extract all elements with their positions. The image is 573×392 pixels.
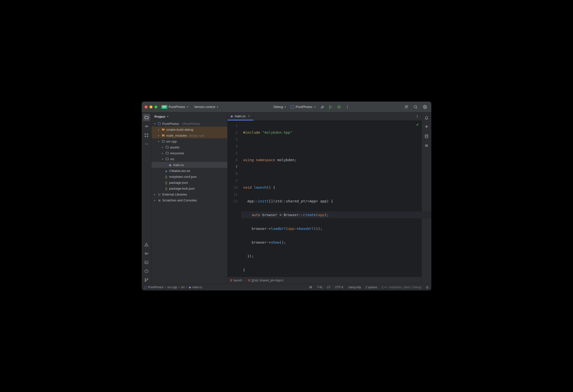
warnings-tool-button[interactable]	[143, 241, 150, 248]
editor-area[interactable]: ✔ 1 2 3 4 5 6 7 8 9 10 11 12 #include "m…	[228, 121, 422, 277]
tree-folder-resources[interactable]: ▸ resources	[151, 150, 227, 156]
tree-label: main.cc	[173, 163, 184, 167]
settings-button[interactable]	[422, 103, 429, 110]
function-badge-icon: f	[230, 279, 232, 282]
close-icon[interactable]	[144, 105, 147, 108]
maximize-icon[interactable]	[154, 105, 157, 108]
tree-folder-node-modules[interactable]: ▸ node_modules library root	[151, 133, 227, 138]
terminal-tool-button[interactable]	[143, 258, 150, 266]
editor-tab-main-cc[interactable]: ◆ main.cc ×	[228, 112, 254, 120]
tree-label: PurePhotos	[162, 122, 179, 126]
debug-menu[interactable]: Debug ▼	[272, 104, 288, 110]
build-button[interactable]	[319, 103, 326, 110]
tree-label: assets	[170, 145, 179, 149]
project-panel-header[interactable]: Project ▼	[151, 112, 227, 121]
project-tool-button[interactable]	[143, 114, 150, 121]
module-icon: ▢	[144, 286, 147, 289]
project-selector[interactable]: PP PurePhotos ▼	[160, 104, 190, 110]
json-file-icon: {}	[164, 175, 168, 179]
svg-rect-17	[145, 261, 148, 263]
tree-file-conf-json[interactable]: {} molybden.conf.json	[151, 174, 227, 180]
more-tool-button[interactable]	[143, 140, 150, 148]
debug-button[interactable]	[336, 103, 342, 110]
problems-tool-button[interactable]	[143, 267, 150, 275]
line-number: 4	[228, 143, 238, 150]
tree-folder-assets[interactable]: ▸ assets	[151, 144, 227, 150]
breadcrumb-file[interactable]: ◆ main.cc	[189, 286, 202, 289]
chevron-right-icon: ▸	[157, 134, 160, 137]
breadcrumb-src[interactable]: src	[181, 286, 185, 289]
tree-folder-src-cpp[interactable]: ▾ src-cpp	[151, 138, 227, 144]
run-tool-button[interactable]	[143, 250, 150, 257]
run-button[interactable]	[327, 103, 334, 110]
breadcrumb-label: src-cpp	[167, 286, 177, 289]
code-content[interactable]: #include "molybden.hpp" using namespace …	[241, 121, 422, 277]
tree-file-package-lock[interactable]: {} package-lock.json	[151, 186, 227, 191]
search-button[interactable]	[412, 103, 419, 110]
structure-tool-button[interactable]	[143, 132, 150, 139]
vcs-menu[interactable]: Version control ▼	[193, 104, 220, 110]
code-with-me-button[interactable]	[403, 103, 410, 110]
tree-note: library root	[189, 134, 204, 137]
breadcrumb-src-cpp[interactable]: src-cpp	[167, 286, 177, 289]
run-configuration-selector[interactable]: PurePhotos ▼	[289, 104, 317, 110]
tree-folder-src[interactable]: ▾ src	[151, 156, 227, 162]
tab-filename: main.cc	[235, 114, 246, 118]
tree-label: molybden.conf.json	[169, 175, 197, 179]
library-icon: ⌸	[157, 193, 161, 196]
breadcrumb-launch[interactable]: f launch	[230, 279, 242, 282]
tree-file-package-json[interactable]: {} package.json	[151, 180, 227, 186]
close-tab-button[interactable]: ×	[248, 114, 251, 118]
chevron-right-icon: ▸	[153, 193, 156, 196]
commit-tool-button[interactable]	[143, 123, 150, 130]
tree-folder-cmake[interactable]: ▸ cmake-build-debug	[151, 127, 227, 133]
svg-rect-21	[158, 122, 160, 125]
chevron-down-icon: ▾	[157, 140, 160, 143]
minimize-icon[interactable]	[149, 105, 152, 108]
git-tool-button[interactable]	[143, 276, 150, 284]
folder-icon	[165, 157, 169, 161]
module-icon	[157, 122, 161, 125]
more-actions-button[interactable]	[344, 103, 351, 110]
breadcrumb-label: main.cc	[192, 286, 202, 289]
svg-point-23	[417, 116, 418, 117]
chevron-right-icon: ▸	[161, 152, 164, 154]
notifications-button[interactable]	[423, 114, 430, 121]
svg-rect-11	[147, 134, 148, 135]
line-number: 12	[228, 198, 238, 205]
lock-icon[interactable]	[426, 286, 429, 289]
tree-file-cmakelists[interactable]: ▲ CMakeLists.txt	[151, 168, 227, 174]
folder-icon	[161, 128, 165, 131]
svg-point-27	[426, 145, 426, 146]
tree-label: package-lock.json	[169, 187, 195, 190]
breadcrumb-label: PurePhotos	[148, 286, 163, 289]
cmake-file-icon: ▲	[164, 169, 168, 173]
tree-scratches[interactable]: ▸ ≣ Scratches and Consoles	[151, 197, 227, 203]
chevron-down-icon: ▼	[216, 106, 219, 108]
tree-label: package.json	[169, 181, 188, 185]
status-breadcrumb: ▢ PurePhotos › src-cpp › src › ◆ main.cc	[144, 286, 202, 289]
tree-root[interactable]: ▾ PurePhotos ~/PurePhotos	[151, 121, 227, 127]
database-button[interactable]	[423, 133, 430, 140]
copilot-button[interactable]	[423, 142, 430, 149]
panel-title: Project	[154, 115, 165, 119]
svg-point-4	[347, 108, 348, 108]
tree-label: External Libraries	[162, 193, 187, 196]
editor-gutter: 1 2 3 4 5 6 7 8 9 10 11 12	[228, 121, 241, 277]
svg-rect-10	[145, 136, 146, 137]
project-name-label: PurePhotos	[169, 105, 185, 109]
tab-actions-button[interactable]	[413, 112, 422, 120]
line-number: 11	[228, 191, 238, 198]
ai-assistant-button[interactable]	[423, 123, 430, 131]
title-bar: PP PurePhotos ▼ Version control ▼ Debug …	[142, 102, 431, 112]
breadcrumb-sep: ›	[186, 286, 187, 289]
breadcrumb-project[interactable]: ▢ PurePhotos	[144, 286, 163, 289]
svg-point-15	[147, 144, 148, 144]
svg-marker-0	[330, 105, 332, 108]
chevron-down-icon: ▼	[314, 106, 316, 108]
project-panel: Project ▼ ▾ PurePhotos ~/PurePhotos ▸ cm…	[151, 112, 228, 284]
tree-file-main-cc[interactable]: ◆ main.cc	[151, 162, 227, 168]
tree-external-libs[interactable]: ▸ ⌸ External Libraries	[151, 191, 227, 197]
chevron-right-icon: ▸	[157, 128, 160, 131]
run-config-label: PurePhotos	[296, 105, 312, 109]
